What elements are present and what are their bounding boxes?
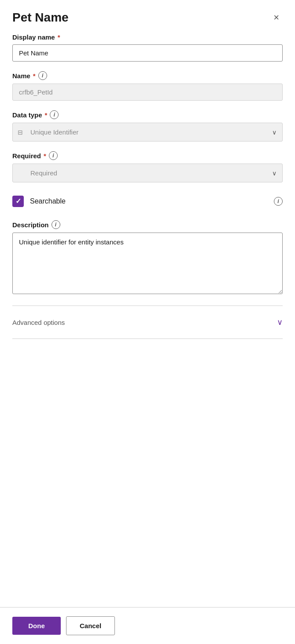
name-required: * [33,72,36,80]
required-label: Required * i [12,151,283,160]
required-required-star: * [44,152,46,160]
required-select[interactable]: Required [12,164,283,182]
data-type-group: Data type * i ⊟ Unique Identifier ∨ [12,110,283,142]
searchable-group: ✓ Searchable i [12,192,283,211]
divider-top [12,306,283,306]
done-button[interactable]: Done [12,617,61,635]
required-select-wrapper: Required ∨ [12,164,283,182]
description-group: Description i Unique identifier for enti… [12,220,283,296]
panel-body: Display name * Name * i Data type * i ⊟ [0,33,295,475]
required-info-icon[interactable]: i [49,151,58,160]
searchable-left: ✓ Searchable [12,196,66,207]
panel: Pet Name × Display name * Name * i Data … [0,0,295,644]
spacer [0,475,295,607]
description-info-icon[interactable]: i [52,220,60,229]
searchable-row: ✓ Searchable i [12,192,283,211]
data-type-label: Data type * i [12,110,283,119]
searchable-info-icon[interactable]: i [274,197,283,206]
advanced-options-row[interactable]: Advanced options ∨ [12,309,283,335]
panel-title: Pet Name [12,11,69,25]
description-textarea[interactable]: Unique identifier for entity instances [12,233,283,294]
searchable-label: Searchable [30,197,66,205]
data-type-icon: ⊟ [18,129,23,136]
display-name-group: Display name * [12,33,283,62]
name-group: Name * i [12,71,283,101]
data-type-select-wrapper: ⊟ Unique Identifier ∨ [12,123,283,142]
panel-footer: Done Cancel [0,607,295,644]
description-label: Description i [12,220,283,229]
data-type-select[interactable]: Unique Identifier [12,123,283,142]
divider-bottom [12,338,283,339]
close-button[interactable]: × [270,11,283,24]
name-info-icon[interactable]: i [38,71,47,80]
data-type-info-icon[interactable]: i [50,110,59,119]
name-input [12,84,283,101]
advanced-options-chevron-icon: ∨ [277,317,283,327]
searchable-checkbox[interactable]: ✓ [12,196,24,207]
display-name-label: Display name * [12,33,283,41]
display-name-required: * [58,33,60,41]
name-label: Name * i [12,71,283,80]
required-group: Required * i Required ∨ [12,151,283,182]
panel-header: Pet Name × [0,0,295,33]
cancel-button[interactable]: Cancel [66,616,115,635]
checkmark-icon: ✓ [15,198,21,205]
advanced-options-label: Advanced options [12,319,65,326]
data-type-required: * [45,111,48,119]
display-name-input[interactable] [12,44,283,62]
